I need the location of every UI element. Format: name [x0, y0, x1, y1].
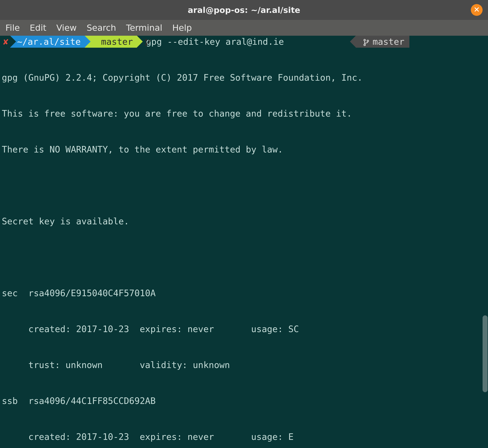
svg-point-3: [364, 39, 366, 41]
menu-help[interactable]: Help: [172, 23, 192, 33]
terminal-viewport[interactable]: ✘ ~/ar.al/site master gpg --edit-key ara…: [0, 36, 488, 448]
close-button[interactable]: [471, 4, 483, 16]
terminal-window: aral@pop-os: ~/ar.al/site File Edit View…: [0, 0, 488, 448]
prompt-branch-segment: master: [85, 36, 137, 48]
menu-view[interactable]: View: [56, 23, 77, 33]
right-branch-text: master: [373, 36, 404, 48]
titlebar: aral@pop-os: ~/ar.al/site: [0, 0, 488, 20]
svg-point-1: [145, 44, 147, 46]
menu-file[interactable]: File: [5, 23, 20, 33]
prompt-path-text: ~/ar.al/site: [17, 36, 81, 48]
git-branch-icon: [363, 36, 369, 48]
output-line: trust: unknown validity: unknown: [2, 359, 488, 371]
prompt-path-segment: ~/ar.al/site: [10, 36, 85, 48]
output-line: ssb rsa4096/44C1FF85CCD692AB: [2, 395, 488, 407]
prompt-branch-text: master: [101, 36, 133, 48]
menubar: File Edit View Search Terminal Help: [0, 20, 488, 36]
output-line: [2, 251, 488, 263]
output-line: gpg (GnuPG) 2.2.4; Copyright (C) 2017 Fr…: [2, 72, 488, 84]
svg-point-0: [145, 39, 147, 41]
menu-search[interactable]: Search: [87, 23, 116, 33]
output-line: created: 2017-10-23 expires: never usage…: [2, 323, 488, 335]
prompt-line: ✘ ~/ar.al/site master gpg --edit-key ara…: [0, 36, 488, 48]
x-icon: ✘: [3, 36, 8, 48]
menu-edit[interactable]: Edit: [30, 23, 47, 33]
menu-terminal[interactable]: Terminal: [126, 23, 162, 33]
svg-point-5: [367, 40, 369, 41]
output-line: [2, 179, 488, 191]
terminal-output: gpg (GnuPG) 2.2.4; Copyright (C) 2017 Fr…: [0, 48, 488, 448]
output-line: This is free software: you are free to c…: [2, 108, 488, 120]
output-line: There is NO WARRANTY, to the extent perm…: [2, 144, 488, 155]
scrollbar[interactable]: [483, 36, 488, 448]
output-line: sec rsa4096/E915040C4F57010A: [2, 287, 488, 299]
window-title: aral@pop-os: ~/ar.al/site: [188, 5, 300, 15]
close-icon: [474, 7, 480, 13]
output-line: created: 2017-10-23 expires: never usage…: [2, 431, 488, 443]
git-branch-icon: [91, 36, 98, 60]
output-line: Secret key is available.: [2, 215, 488, 227]
scrollbar-thumb[interactable]: [483, 315, 488, 392]
right-branch-segment: master: [356, 36, 409, 48]
prompt-status-segment: ✘: [0, 36, 10, 48]
prompt-command: gpg --edit-key aral@ind.ie: [137, 36, 284, 48]
svg-point-2: [149, 40, 150, 41]
svg-point-4: [364, 44, 366, 46]
right-prompt: master: [356, 36, 409, 48]
